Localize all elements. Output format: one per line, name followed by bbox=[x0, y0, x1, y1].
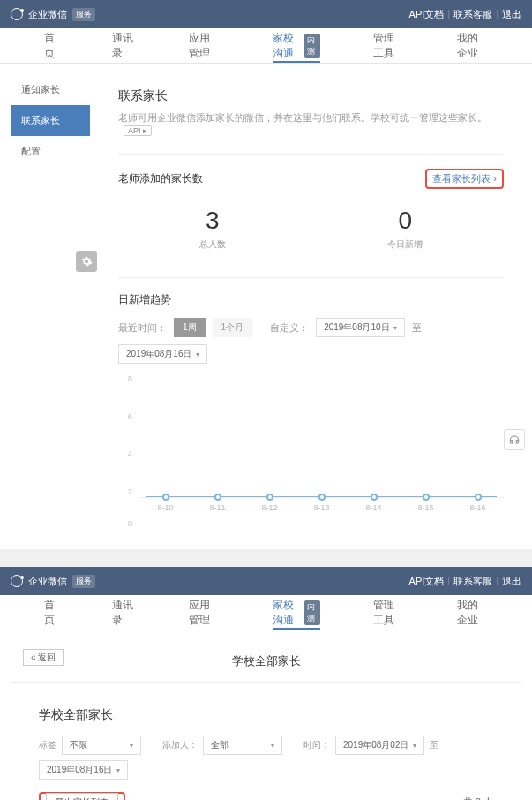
beta-badge: 内测 bbox=[304, 34, 320, 58]
date-to-select[interactable]: 2019年08月16日 bbox=[39, 760, 128, 780]
support-link[interactable]: 联系客服 bbox=[453, 8, 492, 21]
sidebar: 通知家长 联系家长 配置 bbox=[11, 74, 90, 539]
content-panel: 联系家长 老师可用企业微信添加家长的微信，并在这里与他们联系。学校可统一管理这些… bbox=[101, 74, 521, 539]
time-label: 时间： bbox=[303, 739, 330, 751]
logo-icon bbox=[11, 575, 23, 587]
highlight-view-list: 查看家长列表 › bbox=[425, 169, 504, 189]
tab-week[interactable]: 1周 bbox=[174, 318, 206, 337]
chart-point bbox=[318, 494, 326, 501]
support-link[interactable]: 联系客服 bbox=[453, 575, 492, 588]
view-list-link[interactable]: 查看家长列表 › bbox=[432, 173, 497, 184]
settings-button[interactable] bbox=[76, 251, 97, 272]
adder-label: 添加人： bbox=[162, 739, 198, 751]
brand-name: 企业微信 bbox=[28, 8, 67, 21]
nav-tools[interactable]: 管理工具 bbox=[347, 28, 431, 63]
to-label: 至 bbox=[430, 739, 438, 751]
nav-tools[interactable]: 管理工具 bbox=[347, 595, 431, 630]
nav-company[interactable]: 我的企业 bbox=[431, 595, 514, 630]
topbar: 企业微信 服务 API文档 | 联系客服 | 退出 bbox=[0, 567, 532, 595]
sidebar-config[interactable]: 配置 bbox=[11, 136, 90, 167]
chart-point bbox=[423, 494, 430, 501]
sidebar-notify[interactable]: 通知家长 bbox=[11, 74, 90, 105]
back-button[interactable]: « 返回 bbox=[23, 649, 64, 666]
logout-link[interactable]: 退出 bbox=[502, 575, 521, 588]
page-title: 联系家长 bbox=[118, 88, 504, 104]
page-desc: 老师可用企业微信添加家长的微信，并在这里与他们联系。学校可统一管理这些家长。 A… bbox=[118, 111, 504, 136]
nav-school[interactable]: 家校沟通内测 bbox=[246, 595, 348, 630]
nav-school[interactable]: 家校沟通内测 bbox=[246, 28, 348, 63]
page-header: « 返回 学校全部家长 bbox=[11, 641, 521, 683]
page-header-title: 学校全部家长 bbox=[232, 654, 301, 668]
chart-point bbox=[371, 494, 378, 501]
api-doc-link[interactable]: API文档 bbox=[409, 8, 445, 21]
nav-apps[interactable]: 应用管理 bbox=[162, 595, 246, 630]
logout-link[interactable]: 退出 bbox=[502, 8, 521, 21]
recent-label: 最近时间： bbox=[118, 321, 167, 335]
chart-point bbox=[162, 494, 169, 501]
date-to-select[interactable]: 2019年08月16日 bbox=[118, 344, 207, 364]
feedback-button[interactable] bbox=[504, 429, 525, 450]
stats-title: 老师添加的家长数 bbox=[118, 171, 203, 186]
total-count: 共 3 人 bbox=[463, 796, 493, 800]
brand-name: 企业微信 bbox=[28, 575, 67, 588]
sidebar-contact[interactable]: 联系家长 bbox=[11, 105, 90, 136]
chart-point bbox=[475, 494, 482, 501]
beta-badge: 内测 bbox=[304, 600, 320, 625]
chart-point bbox=[214, 494, 221, 501]
list-title: 学校全部家长 bbox=[39, 707, 493, 723]
highlight-export: 导出家长列表 bbox=[39, 792, 125, 800]
nav-apps[interactable]: 应用管理 bbox=[162, 28, 246, 63]
tab-month[interactable]: 1个月 bbox=[213, 318, 253, 337]
api-badge[interactable]: API ▸ bbox=[124, 125, 152, 136]
trend-title: 日新增趋势 bbox=[118, 292, 504, 307]
main-nav: 首页 通讯录 应用管理 家校沟通内测 管理工具 我的企业 bbox=[0, 595, 532, 630]
nav-home[interactable]: 首页 bbox=[18, 28, 86, 63]
main-nav: 首页 通讯录 应用管理 家校沟通内测 管理工具 我的企业 bbox=[0, 28, 532, 64]
headset-icon bbox=[508, 434, 521, 446]
adder-select[interactable]: 全部 bbox=[203, 736, 282, 755]
topbar: 企业微信 服务 API文档 | 联系客服 | 退出 bbox=[0, 0, 532, 28]
date-from-select[interactable]: 2019年08月10日 bbox=[316, 318, 405, 337]
stat-today: 0 今日新增 bbox=[387, 207, 423, 251]
export-button[interactable]: 导出家长列表 bbox=[46, 793, 118, 800]
nav-home[interactable]: 首页 bbox=[18, 595, 86, 630]
brand-badge: 服务 bbox=[72, 8, 95, 21]
nav-company[interactable]: 我的企业 bbox=[431, 28, 514, 63]
chart-point bbox=[266, 494, 273, 501]
nav-contacts[interactable]: 通讯录 bbox=[86, 28, 161, 63]
nav-contacts[interactable]: 通讯录 bbox=[86, 595, 161, 630]
to-label: 至 bbox=[412, 321, 422, 335]
tag-label: 标签 bbox=[39, 739, 56, 751]
custom-label: 自定义： bbox=[270, 321, 309, 335]
logo-icon bbox=[11, 8, 23, 20]
date-from-select[interactable]: 2019年08月02日 bbox=[335, 736, 424, 755]
stat-total: 3 总人数 bbox=[199, 207, 226, 251]
tag-select[interactable]: 不限 bbox=[62, 736, 141, 755]
brand-badge: 服务 bbox=[72, 575, 95, 588]
trend-chart: 8 6 4 2 0 bbox=[118, 374, 504, 525]
gear-icon bbox=[80, 255, 93, 268]
api-doc-link[interactable]: API文档 bbox=[409, 575, 445, 588]
